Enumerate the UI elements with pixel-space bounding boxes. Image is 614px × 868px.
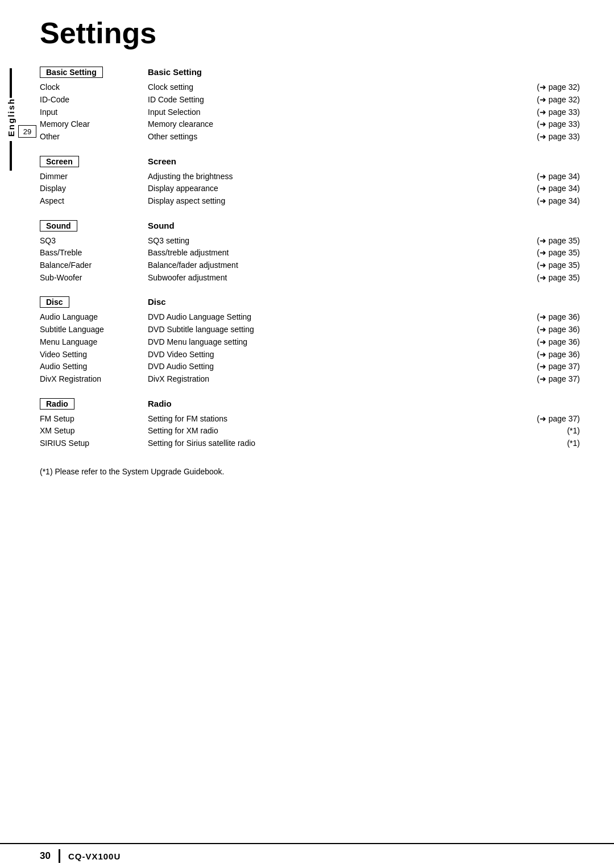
section-header-label-sound: Sound <box>40 220 77 232</box>
table-row: Audio LanguageDVD Audio Language Setting… <box>40 311 580 324</box>
section-header-label-screen: Screen <box>40 156 79 167</box>
row-mid-desc: DVD Audio Setting <box>148 361 500 373</box>
table-row: ClockClock setting(➜ page 32) <box>40 81 580 94</box>
row-right-ref: (➜ page 35) <box>500 247 580 259</box>
section-title-radio: Radio <box>148 399 500 408</box>
table-row: AspectDisplay aspect setting(➜ page 34) <box>40 195 580 208</box>
page-title: Settings <box>40 17 580 49</box>
side-label-text: English <box>6 98 16 137</box>
row-right-ref: (➜ page 34) <box>500 195 580 208</box>
row-left-label: DivX Registration <box>40 373 148 386</box>
section-header-row-sound: SoundSound <box>40 220 580 234</box>
table-row: Memory ClearMemory clearance(➜ page 33) <box>40 118 580 131</box>
row-right-ref: (➜ page 37) <box>500 373 580 386</box>
section-rows-disc: Audio LanguageDVD Audio Language Setting… <box>40 311 580 385</box>
table-row: XM SetupSetting for XM radio(*1) <box>40 425 580 437</box>
row-right-ref: (➜ page 36) <box>500 324 580 336</box>
row-mid-desc: DVD Subtitle language setting <box>148 324 500 336</box>
row-right-ref: (*1) <box>500 437 580 450</box>
table-row: DivX RegistrationDivX Registration(➜ pag… <box>40 373 580 386</box>
section-basic-setting: Basic SettingBasic SettingClockClock set… <box>40 67 580 143</box>
row-left-label: Clock <box>40 81 148 94</box>
row-left-label: Menu Language <box>40 336 148 349</box>
row-left-label: Other <box>40 131 148 143</box>
row-mid-desc: Setting for XM radio <box>148 425 500 437</box>
row-left-label: ID-Code <box>40 94 148 106</box>
row-left-label: Input <box>40 106 148 119</box>
section-radio: RadioRadioFM SetupSetting for FM station… <box>40 398 580 450</box>
row-right-ref: (➜ page 34) <box>500 171 580 183</box>
table-row: SQ3SQ3 setting(➜ page 35) <box>40 235 580 247</box>
row-right-ref: (➜ page 36) <box>500 349 580 361</box>
row-right-ref: (➜ page 32) <box>500 81 580 94</box>
table-row: Bass/TrebleBass/treble adjustment(➜ page… <box>40 247 580 259</box>
section-header-row-radio: RadioRadio <box>40 398 580 412</box>
table-row: DimmerAdjusting the brightness(➜ page 34… <box>40 171 580 183</box>
section-screen: ScreenScreenDimmerAdjusting the brightne… <box>40 156 580 208</box>
table-row: Video SettingDVD Video Setting(➜ page 36… <box>40 349 580 361</box>
section-title-screen: Screen <box>148 156 500 166</box>
section-header-row-screen: ScreenScreen <box>40 156 580 170</box>
row-left-label: Balance/Fader <box>40 259 148 272</box>
row-right-ref: (➜ page 35) <box>500 235 580 247</box>
row-mid-desc: Clock setting <box>148 81 500 94</box>
row-mid-desc: DivX Registration <box>148 373 500 386</box>
bottom-model: CQ-VX100U <box>68 852 121 861</box>
row-left-label: FM Setup <box>40 413 148 425</box>
section-header-row-disc: DiscDisc <box>40 296 580 310</box>
row-mid-desc: Setting for Sirius satellite radio <box>148 437 500 450</box>
table-row: FM SetupSetting for FM stations(➜ page 3… <box>40 413 580 425</box>
bottom-page-number: 30 <box>40 850 51 862</box>
row-left-label: Audio Language <box>40 311 148 324</box>
row-mid-desc: Other settings <box>148 131 500 143</box>
row-mid-desc: DVD Video Setting <box>148 349 500 361</box>
section-header-label-radio: Radio <box>40 398 74 410</box>
row-mid-desc: Setting for FM stations <box>148 413 500 425</box>
row-mid-desc: Input Selection <box>148 106 500 119</box>
row-mid-desc: Display appearance <box>148 183 500 195</box>
row-mid-desc: DVD Menu language setting <box>148 336 500 349</box>
side-label: English <box>0 68 22 171</box>
footnote: (*1) Please refer to the System Upgrade … <box>40 467 580 476</box>
row-mid-desc: Display aspect setting <box>148 195 500 208</box>
section-disc: DiscDiscAudio LanguageDVD Audio Language… <box>40 296 580 385</box>
row-mid-desc: Bass/treble adjustment <box>148 247 500 259</box>
row-left-label: Subtitle Language <box>40 324 148 336</box>
row-left-label: XM Setup <box>40 425 148 437</box>
main-content: Settings Basic SettingBasic SettingClock… <box>40 0 614 476</box>
row-right-ref: (➜ page 33) <box>500 106 580 119</box>
bottom-bar: 30 CQ-VX100U <box>0 843 614 868</box>
row-right-ref: (➜ page 36) <box>500 311 580 324</box>
row-right-ref: (➜ page 37) <box>500 413 580 425</box>
row-mid-desc: Subwoofer adjustment <box>148 272 500 284</box>
section-rows-sound: SQ3SQ3 setting(➜ page 35)Bass/TrebleBass… <box>40 235 580 284</box>
row-left-label: SIRIUS Setup <box>40 437 148 450</box>
table-row: DisplayDisplay appearance(➜ page 34) <box>40 183 580 195</box>
row-right-ref: (➜ page 36) <box>500 336 580 349</box>
row-right-ref: (➜ page 32) <box>500 94 580 106</box>
table-row: SIRIUS SetupSetting for Sirius satellite… <box>40 437 580 450</box>
bottom-separator <box>59 849 60 863</box>
table-row: InputInput Selection(➜ page 33) <box>40 106 580 119</box>
section-title-sound: Sound <box>148 221 500 230</box>
row-right-ref: (*1) <box>500 425 580 437</box>
section-rows-screen: DimmerAdjusting the brightness(➜ page 34… <box>40 171 580 208</box>
row-left-label: Dimmer <box>40 171 148 183</box>
table-row: Subtitle LanguageDVD Subtitle language s… <box>40 324 580 336</box>
row-left-label: Bass/Treble <box>40 247 148 259</box>
row-right-ref: (➜ page 35) <box>500 272 580 284</box>
row-left-label: Sub-Woofer <box>40 272 148 284</box>
row-right-ref: (➜ page 33) <box>500 118 580 131</box>
table-row: ID-CodeID Code Setting(➜ page 32) <box>40 94 580 106</box>
row-right-ref: (➜ page 35) <box>500 259 580 272</box>
row-left-label: Display <box>40 183 148 195</box>
section-rows-basic-setting: ClockClock setting(➜ page 32)ID-CodeID C… <box>40 81 580 143</box>
table-row: Sub-WooferSubwoofer adjustment(➜ page 35… <box>40 272 580 284</box>
table-row: Menu LanguageDVD Menu language setting(➜… <box>40 336 580 349</box>
row-mid-desc: Adjusting the brightness <box>148 171 500 183</box>
section-title-disc: Disc <box>148 297 500 307</box>
row-right-ref: (➜ page 33) <box>500 131 580 143</box>
section-header-row-basic-setting: Basic SettingBasic Setting <box>40 67 580 80</box>
page-number: 29 <box>23 127 31 136</box>
section-title-basic-setting: Basic Setting <box>148 67 500 77</box>
